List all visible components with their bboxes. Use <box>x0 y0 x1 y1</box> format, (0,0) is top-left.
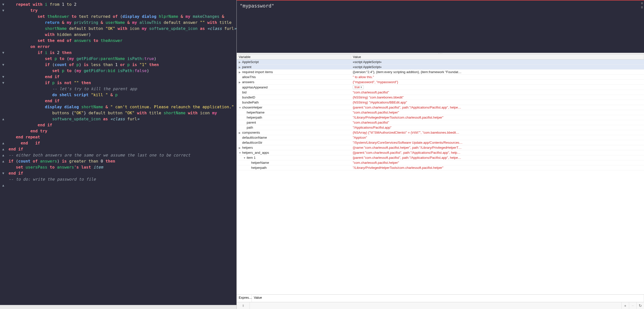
result-pane[interactable]: "mypassword" ≡ ≣ <box>237 1 644 53</box>
code-line[interactable]: do shell script "kill " & p <box>9 92 234 98</box>
fold-triangle-icon[interactable] <box>0 68 7 74</box>
code-line[interactable]: repeat with i from 1 to 2 <box>9 2 234 8</box>
fold-triangle-icon[interactable] <box>0 164 7 170</box>
disclosure-triangle-icon[interactable]: ▶ <box>239 146 241 149</box>
bool-dropdown[interactable]: true <box>353 85 364 89</box>
code-line[interactable]: end if <box>9 122 234 128</box>
variable-row[interactable]: appHasAppearedtrue <box>237 85 644 90</box>
code-line[interactable]: set theAnswer to text returned of (displ… <box>9 14 234 20</box>
fold-triangle-icon[interactable]: ▲ <box>0 152 7 158</box>
variables-header-name[interactable]: Variable <box>237 55 351 60</box>
fold-triangle-icon[interactable]: ▲ <box>0 158 7 164</box>
code-line[interactable]: end repeat <box>9 134 234 140</box>
lines-icon-2[interactable]: ≣ <box>641 6 643 9</box>
variables-header-value[interactable]: Value <box>351 55 644 60</box>
variables-pane[interactable]: Variable Value ▶ AppleScript«script Appl… <box>237 55 644 294</box>
fold-triangle-icon[interactable] <box>0 38 7 44</box>
fold-triangle-icon[interactable] <box>0 26 7 32</box>
fold-triangle-icon[interactable] <box>0 134 7 140</box>
code-line[interactable]: shortName default button "OK" with icon … <box>9 26 234 32</box>
lines-icon[interactable]: ≡ <box>641 2 643 5</box>
variable-row[interactable]: bundlePath(NSString) "/Applications/BBEd… <box>237 100 644 105</box>
code-line[interactable]: end if <box>9 170 234 176</box>
reload-button[interactable]: ↻ <box>636 302 644 309</box>
variable-row[interactable]: defaultIconName"AppIcon" <box>237 135 644 140</box>
fold-triangle-icon[interactable]: ▼ <box>0 62 7 68</box>
variable-row[interactable]: defaultIconStr"/System/Library/CoreServi… <box>237 140 644 145</box>
variables-table[interactable]: Variable Value ▶ AppleScript«script Appl… <box>237 55 644 170</box>
code-line[interactable]: if p is not "" then <box>9 80 234 86</box>
code-line[interactable]: -- to do: write the password to file <box>9 176 234 182</box>
code-line[interactable]: display dialog shortName & " can't conti… <box>9 104 234 110</box>
variable-row[interactable]: ▶ required import items{{version:"2.4"},… <box>237 70 644 75</box>
variable-row[interactable]: bundleID(NSString) "com.barebones.bbedit… <box>237 95 644 100</box>
fold-triangle-icon[interactable] <box>0 98 7 104</box>
editor-scrollbar[interactable] <box>0 305 236 309</box>
code-line[interactable]: try <box>9 8 234 14</box>
disclosure-triangle-icon[interactable]: ▶ <box>239 131 241 134</box>
fold-triangle-icon[interactable] <box>0 20 7 26</box>
variable-row[interactable]: ▼ chosenHelper{parent:"com.charlessoft.p… <box>237 105 644 110</box>
variable-row[interactable]: parent"com.charlessoft.pacifist" <box>237 120 644 125</box>
disclosure-triangle-icon[interactable]: ▼ <box>239 106 241 109</box>
code-line[interactable]: buttons {"OK"} default button "OK" with … <box>9 110 234 116</box>
scrubber-icon[interactable]: ⦀ <box>237 302 250 309</box>
code-line[interactable]: if i is 2 then <box>9 50 234 56</box>
fold-triangle-icon[interactable]: ▲ <box>0 140 7 146</box>
fold-triangle-icon[interactable] <box>0 128 7 134</box>
code-line[interactable]: set the end of answers to theAnswer <box>9 38 234 44</box>
add-button[interactable]: + <box>621 302 629 309</box>
disclosure-triangle-icon[interactable]: ▶ <box>239 71 241 74</box>
variable-row[interactable]: helperpath"/Library/PrivilegedHelperTool… <box>237 115 644 120</box>
code-line[interactable]: software_update_icon as «class furl» <box>9 116 234 122</box>
variable-row[interactable]: path"/Applications/Pacifist.app" <box>237 125 644 130</box>
code-editor[interactable]: ▼▼▼▼▼▼▲▲▲▲▲▼▲ repeat with i from 1 to 2 … <box>0 0 236 309</box>
disclosure-triangle-icon[interactable]: ▼ <box>243 157 246 159</box>
fold-triangle-icon[interactable] <box>0 44 7 50</box>
variable-row[interactable]: ▶ AppleScript«script AppleScript» <box>237 60 644 65</box>
fold-triangle-icon[interactable] <box>0 104 7 110</box>
expressions-header-value[interactable]: Value <box>252 295 644 302</box>
fold-triangle-icon[interactable]: ▼ <box>0 74 7 80</box>
fold-triangle-icon[interactable]: ▼ <box>0 8 7 14</box>
variable-row[interactable]: ▶ parent«script AppleScript» <box>237 65 644 70</box>
code-line[interactable]: return & my privString & userName & my a… <box>9 20 234 26</box>
fold-triangle-icon[interactable]: ▼ <box>0 50 7 56</box>
fold-triangle-icon[interactable] <box>0 56 7 62</box>
code-line[interactable]: set usersPass to answers's last item <box>9 164 234 170</box>
fold-triangle-icon[interactable] <box>0 176 7 182</box>
code-line[interactable]: end try <box>9 128 234 134</box>
code-line[interactable]: end if <box>9 140 234 146</box>
code-line[interactable]: -- let's try to kill the parent app <box>9 86 234 92</box>
code-line[interactable]: on error <box>9 44 234 50</box>
expressions-pane[interactable]: Expres… Value <box>237 294 644 302</box>
fold-triangle-icon[interactable]: ▲ <box>0 182 7 188</box>
code-line[interactable]: with hidden answer) <box>9 32 234 38</box>
code-line[interactable]: set p to (my getPidFor:bid isPath:false) <box>9 68 234 74</box>
variable-row[interactable]: ▼ helpers_and_apps{{parent:"com.charless… <box>237 150 644 155</box>
variable-row[interactable]: ▼ item 1{parent:"com.charlessoft.pacifis… <box>237 155 644 160</box>
fold-triangle-icon[interactable] <box>0 32 7 38</box>
code-line[interactable]: end if <box>9 98 234 104</box>
fold-triangle-icon[interactable] <box>0 122 7 128</box>
variable-row[interactable]: ▶ helpers{{name:"com.charlessoft.pacifis… <box>237 145 644 150</box>
fold-triangle-icon[interactable]: ▲ <box>0 146 7 152</box>
result-view-toggles[interactable]: ≡ ≣ <box>641 2 643 9</box>
variable-row[interactable]: ▶ components(NSArray) {"\t\"SMAuthorized… <box>237 130 644 135</box>
code-line[interactable]: if (count of answers) is greater than 0 … <box>9 158 234 164</box>
disclosure-triangle-icon[interactable]: ▼ <box>239 151 241 154</box>
expressions-header-name[interactable]: Expres… <box>237 295 252 302</box>
variable-row[interactable]: helperpath"/Library/PrivilegedHelperTool… <box>237 165 644 170</box>
code-line[interactable]: end if <box>9 146 234 152</box>
code-line[interactable]: if (count of p) is less than 1 or p is "… <box>9 62 234 68</box>
fold-triangle-icon[interactable]: ▼ <box>0 170 7 176</box>
variable-row[interactable]: helperName"com.charlessoft.pacifist.help… <box>237 110 644 115</box>
fold-triangle-icon[interactable] <box>0 14 7 20</box>
fold-gutter[interactable]: ▼▼▼▼▼▼▲▲▲▲▲▼▲ <box>0 0 7 194</box>
fold-triangle-icon[interactable] <box>0 92 7 98</box>
variable-row[interactable]: allowThis" to allow this." <box>237 75 644 80</box>
variable-row[interactable]: ▶ answers{"mypassword", "mypassword"} <box>237 80 644 85</box>
code-lines[interactable]: repeat with i from 1 to 2 try set theAns… <box>8 0 236 184</box>
code-line[interactable]: -- either both answers are the same or w… <box>9 152 234 158</box>
variable-row[interactable]: helperName"com.charlessoft.pacifist.help… <box>237 160 644 165</box>
